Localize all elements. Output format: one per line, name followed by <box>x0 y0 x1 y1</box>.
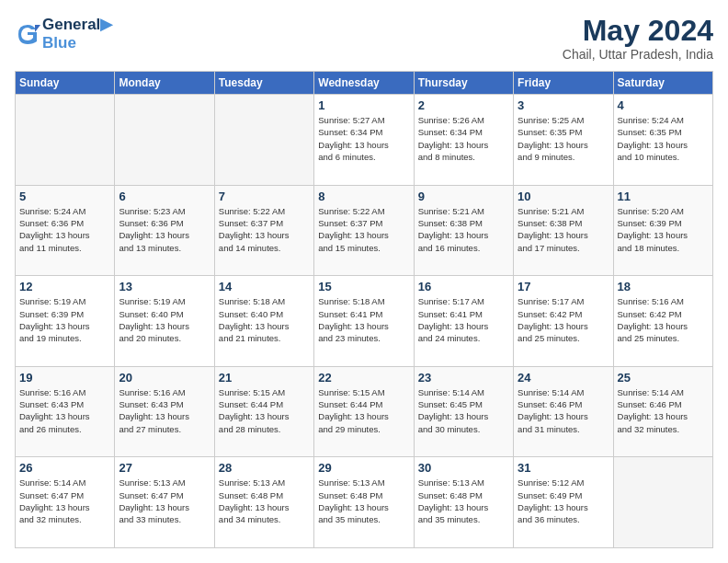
day-detail: Sunrise: 5:16 AM Sunset: 6:42 PM Dayligh… <box>618 295 709 344</box>
calendar-cell: 12Sunrise: 5:19 AM Sunset: 6:39 PM Dayli… <box>16 276 115 367</box>
day-number: 11 <box>618 190 709 203</box>
day-detail: Sunrise: 5:13 AM Sunset: 6:48 PM Dayligh… <box>318 477 409 525</box>
header: General▶ Blue May 2024 Chail, Uttar Prad… <box>15 15 713 62</box>
calendar-week-row: 12Sunrise: 5:19 AM Sunset: 6:39 PM Dayli… <box>16 276 713 367</box>
calendar-cell: 5Sunrise: 5:24 AM Sunset: 6:36 PM Daylig… <box>16 185 115 276</box>
day-number: 30 <box>418 461 509 475</box>
day-detail: Sunrise: 5:23 AM Sunset: 6:36 PM Dayligh… <box>119 205 210 254</box>
calendar-cell: 8Sunrise: 5:22 AM Sunset: 6:37 PM Daylig… <box>314 185 414 276</box>
calendar-cell: 18Sunrise: 5:16 AM Sunset: 6:42 PM Dayli… <box>613 276 712 367</box>
calendar-table: SundayMondayTuesdayWednesdayThursdayFrid… <box>15 71 713 548</box>
day-number: 23 <box>418 371 509 385</box>
location: Chail, Uttar Pradesh, India <box>563 47 713 62</box>
day-number: 27 <box>119 461 210 475</box>
logo-icon <box>15 21 40 47</box>
calendar-cell: 28Sunrise: 5:13 AM Sunset: 6:48 PM Dayli… <box>214 457 313 548</box>
calendar-week-row: 5Sunrise: 5:24 AM Sunset: 6:36 PM Daylig… <box>16 185 713 276</box>
day-detail: Sunrise: 5:27 AM Sunset: 6:34 PM Dayligh… <box>318 114 409 163</box>
day-detail: Sunrise: 5:24 AM Sunset: 6:36 PM Dayligh… <box>19 205 110 254</box>
calendar-cell: 11Sunrise: 5:20 AM Sunset: 6:39 PM Dayli… <box>613 185 712 276</box>
calendar-cell: 19Sunrise: 5:16 AM Sunset: 6:43 PM Dayli… <box>16 366 115 457</box>
day-detail: Sunrise: 5:15 AM Sunset: 6:44 PM Dayligh… <box>318 386 409 435</box>
calendar-cell: 14Sunrise: 5:18 AM Sunset: 6:40 PM Dayli… <box>214 276 313 367</box>
day-number: 8 <box>318 190 409 203</box>
calendar-cell: 24Sunrise: 5:14 AM Sunset: 6:46 PM Dayli… <box>514 366 613 457</box>
day-number: 13 <box>119 280 210 293</box>
day-detail: Sunrise: 5:14 AM Sunset: 6:46 PM Dayligh… <box>518 386 609 435</box>
calendar-cell: 31Sunrise: 5:12 AM Sunset: 6:49 PM Dayli… <box>514 457 613 548</box>
day-detail: Sunrise: 5:22 AM Sunset: 6:37 PM Dayligh… <box>318 205 409 254</box>
calendar-cell: 13Sunrise: 5:19 AM Sunset: 6:40 PM Dayli… <box>115 276 214 367</box>
calendar-cell <box>115 95 214 186</box>
day-number: 31 <box>518 461 609 475</box>
calendar-week-row: 26Sunrise: 5:14 AM Sunset: 6:47 PM Dayli… <box>16 457 713 548</box>
calendar-cell: 3Sunrise: 5:25 AM Sunset: 6:35 PM Daylig… <box>514 95 613 186</box>
day-of-week-header: Wednesday <box>314 72 414 95</box>
day-number: 18 <box>618 280 709 293</box>
day-number: 29 <box>318 461 409 475</box>
title-block: May 2024 Chail, Uttar Pradesh, India <box>563 15 713 62</box>
day-detail: Sunrise: 5:14 AM Sunset: 6:47 PM Dayligh… <box>19 477 110 525</box>
day-number: 12 <box>19 280 110 293</box>
calendar-cell: 26Sunrise: 5:14 AM Sunset: 6:47 PM Dayli… <box>16 457 115 548</box>
day-number: 2 <box>418 98 509 112</box>
day-detail: Sunrise: 5:22 AM Sunset: 6:37 PM Dayligh… <box>219 205 310 254</box>
logo: General▶ Blue <box>15 15 112 52</box>
day-of-week-header: Monday <box>115 72 214 95</box>
calendar-cell <box>16 95 115 186</box>
day-detail: Sunrise: 5:21 AM Sunset: 6:38 PM Dayligh… <box>418 205 509 254</box>
day-detail: Sunrise: 5:17 AM Sunset: 6:42 PM Dayligh… <box>518 295 609 344</box>
day-number: 3 <box>518 98 609 112</box>
day-detail: Sunrise: 5:13 AM Sunset: 6:48 PM Dayligh… <box>219 477 310 525</box>
calendar-header-row: SundayMondayTuesdayWednesdayThursdayFrid… <box>16 72 713 95</box>
day-of-week-header: Friday <box>514 72 613 95</box>
day-number: 21 <box>219 371 310 385</box>
day-number: 9 <box>418 190 509 203</box>
day-number: 7 <box>219 190 310 203</box>
day-number: 14 <box>219 280 310 293</box>
month-year: May 2024 <box>563 15 713 47</box>
day-number: 1 <box>318 98 409 112</box>
calendar-cell: 29Sunrise: 5:13 AM Sunset: 6:48 PM Dayli… <box>314 457 414 548</box>
day-number: 26 <box>19 461 110 475</box>
day-number: 25 <box>618 371 709 385</box>
calendar-week-row: 1Sunrise: 5:27 AM Sunset: 6:34 PM Daylig… <box>16 95 713 186</box>
day-detail: Sunrise: 5:18 AM Sunset: 6:41 PM Dayligh… <box>318 295 409 344</box>
day-detail: Sunrise: 5:19 AM Sunset: 6:40 PM Dayligh… <box>119 295 210 344</box>
day-detail: Sunrise: 5:14 AM Sunset: 6:45 PM Dayligh… <box>418 386 509 435</box>
day-number: 16 <box>418 280 509 293</box>
calendar-cell: 10Sunrise: 5:21 AM Sunset: 6:38 PM Dayli… <box>514 185 613 276</box>
calendar-cell: 20Sunrise: 5:16 AM Sunset: 6:43 PM Dayli… <box>115 366 214 457</box>
calendar-cell <box>214 95 313 186</box>
day-detail: Sunrise: 5:19 AM Sunset: 6:39 PM Dayligh… <box>19 295 110 344</box>
day-number: 19 <box>19 371 110 385</box>
day-detail: Sunrise: 5:18 AM Sunset: 6:40 PM Dayligh… <box>219 295 310 344</box>
calendar-week-row: 19Sunrise: 5:16 AM Sunset: 6:43 PM Dayli… <box>16 366 713 457</box>
day-detail: Sunrise: 5:24 AM Sunset: 6:35 PM Dayligh… <box>618 114 709 163</box>
day-detail: Sunrise: 5:26 AM Sunset: 6:34 PM Dayligh… <box>418 114 509 163</box>
day-detail: Sunrise: 5:17 AM Sunset: 6:41 PM Dayligh… <box>418 295 509 344</box>
calendar-cell: 21Sunrise: 5:15 AM Sunset: 6:44 PM Dayli… <box>214 366 313 457</box>
day-number: 4 <box>618 98 709 112</box>
day-number: 22 <box>318 371 409 385</box>
day-detail: Sunrise: 5:12 AM Sunset: 6:49 PM Dayligh… <box>518 477 609 525</box>
day-detail: Sunrise: 5:21 AM Sunset: 6:38 PM Dayligh… <box>518 205 609 254</box>
page: General▶ Blue May 2024 Chail, Uttar Prad… <box>0 0 728 563</box>
calendar-cell: 9Sunrise: 5:21 AM Sunset: 6:38 PM Daylig… <box>414 185 513 276</box>
day-number: 6 <box>119 190 210 203</box>
calendar-cell: 17Sunrise: 5:17 AM Sunset: 6:42 PM Dayli… <box>514 276 613 367</box>
calendar-cell: 23Sunrise: 5:14 AM Sunset: 6:45 PM Dayli… <box>414 366 513 457</box>
calendar-cell: 16Sunrise: 5:17 AM Sunset: 6:41 PM Dayli… <box>414 276 513 367</box>
calendar-cell: 6Sunrise: 5:23 AM Sunset: 6:36 PM Daylig… <box>115 185 214 276</box>
day-detail: Sunrise: 5:16 AM Sunset: 6:43 PM Dayligh… <box>119 386 210 435</box>
calendar-cell: 27Sunrise: 5:13 AM Sunset: 6:47 PM Dayli… <box>115 457 214 548</box>
calendar-cell: 15Sunrise: 5:18 AM Sunset: 6:41 PM Dayli… <box>314 276 414 367</box>
day-of-week-header: Sunday <box>16 72 115 95</box>
calendar-cell: 30Sunrise: 5:13 AM Sunset: 6:48 PM Dayli… <box>414 457 513 548</box>
day-number: 28 <box>219 461 310 475</box>
day-detail: Sunrise: 5:16 AM Sunset: 6:43 PM Dayligh… <box>19 386 110 435</box>
day-number: 10 <box>518 190 609 203</box>
logo-text: General▶ Blue <box>42 15 112 52</box>
calendar-cell: 22Sunrise: 5:15 AM Sunset: 6:44 PM Dayli… <box>314 366 414 457</box>
day-detail: Sunrise: 5:13 AM Sunset: 6:47 PM Dayligh… <box>119 477 210 525</box>
